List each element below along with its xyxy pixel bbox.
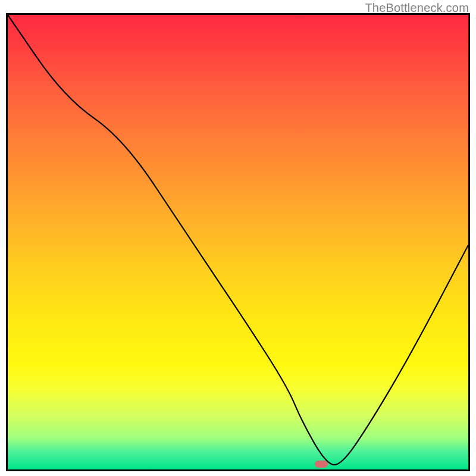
chart-frame: TheBottleneck.com — [0, 0, 476, 476]
plot-area — [6, 13, 470, 471]
curve-svg — [8, 15, 468, 469]
optimum-marker — [315, 461, 328, 468]
bottleneck-curve — [8, 15, 468, 465]
